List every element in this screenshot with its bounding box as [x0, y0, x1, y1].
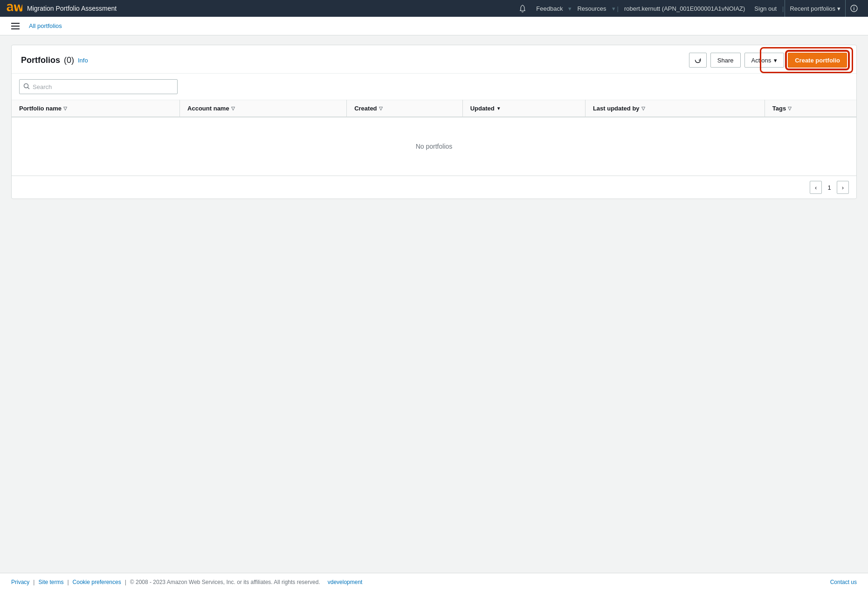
panel-actions-area: Share Actions ▾ Create portfolio	[689, 53, 847, 68]
nav-separator-2: ▾	[611, 5, 616, 12]
breadcrumb-all-portfolios[interactable]: All portfolios	[29, 22, 62, 29]
actions-label: Actions	[751, 57, 772, 64]
footer-cookie-prefs-link[interactable]: Cookie preferences	[73, 579, 121, 585]
nav-separator-3: |	[616, 5, 620, 12]
secondary-navigation: All portfolios	[0, 17, 868, 35]
app-title: Migration Portfolio Assessment	[27, 5, 117, 12]
panel-title-area: Portfolios (0) Info	[21, 55, 88, 65]
portfolios-table-container: Portfolio name ▽ Account name ▽	[12, 100, 856, 176]
portfolios-panel: Portfolios (0) Info Share Actions ▾	[11, 45, 857, 199]
notification-icon[interactable]	[514, 0, 531, 17]
search-wrapper	[19, 79, 178, 94]
panel-header: Portfolios (0) Info Share Actions ▾	[12, 45, 856, 74]
empty-state-message: No portfolios	[19, 124, 849, 169]
actions-button[interactable]: Actions ▾	[744, 53, 785, 68]
panel-footer: ‹ 1 ›	[12, 176, 856, 199]
pagination-current-page: 1	[824, 184, 834, 191]
pagination-prev-button[interactable]: ‹	[810, 181, 822, 194]
search-icon	[23, 83, 30, 91]
col-header-last-updated-by[interactable]: Last updated by ▽	[585, 100, 765, 117]
user-display: robert.kernutt (APN_001E000001A1vNOIAZ)	[620, 5, 750, 12]
nav-separator-4: |	[781, 5, 785, 12]
col-header-updated[interactable]: Updated ▼	[462, 100, 585, 117]
search-bar-container	[12, 74, 856, 100]
footer-env-link[interactable]: vdevelopment	[328, 579, 363, 585]
share-button[interactable]: Share	[710, 53, 741, 68]
footer-contact-link[interactable]: Contact us	[830, 579, 857, 585]
sort-icon-portfolio-name: ▽	[63, 106, 67, 111]
top-navigation: Migration Portfolio Assessment Feedback …	[0, 0, 868, 17]
refresh-button[interactable]	[689, 53, 707, 68]
nav-separator-1: ▾	[567, 5, 572, 12]
sort-icon-tags: ▽	[788, 106, 792, 111]
logo-area: Migration Portfolio Assessment	[6, 3, 124, 14]
create-button-wrapper: Create portfolio	[788, 53, 847, 68]
col-header-created[interactable]: Created ▽	[347, 100, 463, 117]
portfolios-table: Portfolio name ▽ Account name ▽	[12, 100, 856, 176]
sort-icon-updated: ▼	[496, 106, 501, 111]
sort-icon-last-updated-by: ▽	[641, 106, 645, 111]
top-nav-right: Feedback ▾ Resources ▾ | robert.kernutt …	[514, 0, 862, 17]
page-info-button[interactable]: i	[845, 0, 862, 17]
page-footer: Privacy | Site terms | Cookie preference…	[0, 573, 868, 591]
create-portfolio-button[interactable]: Create portfolio	[788, 53, 847, 68]
panel-title-text: Portfolios	[21, 55, 60, 65]
panel-count: (0)	[64, 55, 74, 65]
footer-site-terms-link[interactable]: Site terms	[38, 579, 63, 585]
recent-portfolios-button[interactable]: Recent portfolios ▾	[785, 0, 845, 17]
hamburger-menu-button[interactable]	[9, 21, 21, 31]
main-content: Portfolios (0) Info Share Actions ▾	[0, 35, 868, 573]
actions-chevron-icon: ▾	[774, 57, 777, 64]
svg-text:i: i	[854, 6, 855, 11]
sort-icon-created: ▽	[379, 106, 383, 111]
sort-icon-account-name: ▽	[231, 106, 235, 111]
resources-button[interactable]: Resources	[572, 0, 611, 17]
sign-out-button[interactable]: Sign out	[750, 0, 781, 17]
search-input[interactable]	[33, 83, 173, 90]
col-header-account-name[interactable]: Account name ▽	[180, 100, 347, 117]
pagination-next-button[interactable]: ›	[837, 181, 849, 194]
col-header-portfolio-name[interactable]: Portfolio name ▽	[12, 100, 180, 117]
empty-state-row: No portfolios	[12, 117, 856, 176]
col-header-tags[interactable]: Tags ▽	[765, 100, 856, 117]
table-header-row: Portfolio name ▽ Account name ▽	[12, 100, 856, 117]
feedback-button[interactable]: Feedback	[531, 0, 567, 17]
info-link[interactable]: Info	[78, 57, 88, 64]
footer-copyright: © 2008 - 2023 Amazon Web Services, Inc. …	[130, 579, 320, 585]
footer-privacy-link[interactable]: Privacy	[11, 579, 29, 585]
aws-logo	[6, 3, 22, 14]
